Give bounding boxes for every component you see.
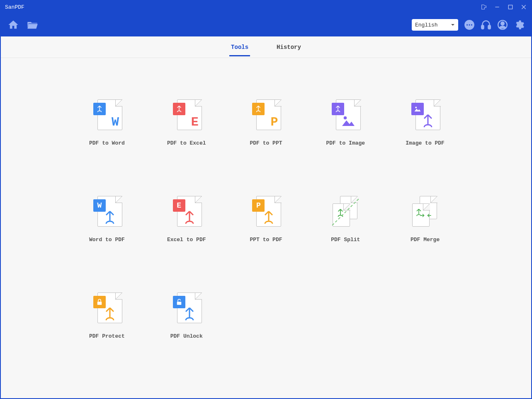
tab-bar: Tools History bbox=[1, 36, 531, 58]
tool-word-to-pdf[interactable]: W Word to PDF bbox=[75, 196, 138, 243]
tool-label: PDF Merge bbox=[411, 237, 440, 243]
tool-label: PDF to Word bbox=[89, 140, 125, 146]
excel-to-pdf-icon: E bbox=[170, 196, 203, 228]
content-area: W PDF to Word E PDF to Excel P PDF to PP… bbox=[1, 58, 531, 398]
feedback-icon[interactable] bbox=[464, 19, 475, 30]
tab-tools[interactable]: Tools bbox=[229, 38, 250, 56]
app-title: SanPDF bbox=[5, 4, 481, 10]
minimize-icon[interactable] bbox=[494, 4, 500, 10]
chevron-down-icon bbox=[451, 23, 455, 27]
pdf-glyph-icon bbox=[182, 307, 197, 322]
pdf-to-image-icon bbox=[329, 99, 362, 132]
maximize-icon[interactable] bbox=[507, 4, 514, 10]
pdf-glyph-icon bbox=[102, 210, 117, 225]
svg-rect-8 bbox=[481, 25, 483, 29]
tool-excel-to-pdf[interactable]: E Excel to PDF bbox=[155, 196, 218, 243]
pdf-glyph-icon bbox=[420, 114, 435, 128]
tool-label: PDF Split bbox=[331, 237, 360, 243]
tool-label: Excel to PDF bbox=[167, 237, 206, 243]
svg-point-13 bbox=[415, 106, 417, 108]
tool-pdf-to-excel[interactable]: E PDF to Excel bbox=[155, 99, 218, 146]
merge-arrows-icon bbox=[420, 213, 432, 218]
account-icon[interactable] bbox=[497, 19, 508, 30]
svg-point-11 bbox=[501, 22, 504, 25]
tools-grid: W PDF to Word E PDF to Excel P PDF to PP… bbox=[75, 99, 457, 339]
open-folder-icon[interactable] bbox=[27, 19, 38, 31]
svg-rect-1 bbox=[508, 5, 512, 9]
tool-image-to-pdf[interactable]: Image to PDF bbox=[394, 99, 457, 146]
theme-icon[interactable] bbox=[481, 4, 487, 10]
ppt-to-pdf-icon: P bbox=[250, 196, 282, 228]
tab-history[interactable]: History bbox=[275, 38, 303, 56]
pdf-protect-icon bbox=[91, 293, 123, 325]
settings-icon[interactable] bbox=[514, 19, 525, 30]
tool-pdf-merge[interactable]: PDF Merge bbox=[394, 196, 457, 243]
tool-label: PDF Unlock bbox=[170, 333, 203, 339]
image-glyph-icon bbox=[341, 114, 356, 128]
tool-pdf-split[interactable]: PDF Split bbox=[314, 196, 377, 243]
tool-pdf-to-ppt[interactable]: P PDF to PPT bbox=[235, 99, 298, 146]
tool-label: Image to PDF bbox=[406, 140, 445, 146]
pdf-glyph-icon bbox=[182, 210, 197, 225]
close-icon[interactable] bbox=[520, 4, 527, 10]
tool-label: PPT to PDF bbox=[250, 237, 282, 243]
svg-point-12 bbox=[344, 116, 347, 120]
svg-rect-15 bbox=[177, 302, 181, 305]
tool-ppt-to-pdf[interactable]: P PPT to PDF bbox=[235, 196, 298, 243]
tool-pdf-unlock[interactable]: PDF Unlock bbox=[155, 293, 218, 339]
pdf-to-excel-icon: E bbox=[170, 99, 203, 132]
word-to-pdf-icon: W bbox=[91, 196, 123, 228]
language-select[interactable]: English bbox=[412, 19, 458, 31]
titlebar: SanPDF bbox=[1, 1, 531, 13]
language-value: English bbox=[415, 22, 438, 28]
svg-point-6 bbox=[469, 24, 470, 25]
tool-label: PDF Protect bbox=[89, 333, 125, 339]
tool-label: PDF to Image bbox=[326, 140, 365, 146]
pdf-glyph-icon bbox=[102, 307, 117, 322]
image-to-pdf-icon bbox=[409, 99, 441, 132]
svg-rect-9 bbox=[488, 25, 490, 29]
pdf-to-ppt-icon: P bbox=[250, 99, 282, 132]
main-toolbar: English bbox=[1, 13, 531, 36]
tool-label: Word to PDF bbox=[89, 237, 125, 243]
support-icon[interactable] bbox=[481, 19, 491, 30]
tool-label: PDF to PPT bbox=[250, 140, 282, 146]
tool-label: PDF to Excel bbox=[167, 140, 206, 146]
svg-point-7 bbox=[471, 24, 472, 25]
svg-rect-14 bbox=[97, 302, 102, 305]
pdf-unlock-icon bbox=[170, 293, 203, 325]
pdf-split-icon bbox=[329, 196, 362, 228]
pdf-to-word-icon: W bbox=[91, 99, 123, 132]
pdf-glyph-icon bbox=[261, 210, 276, 225]
tool-pdf-to-image[interactable]: PDF to Image bbox=[314, 99, 377, 146]
window-controls bbox=[481, 4, 527, 10]
home-icon[interactable] bbox=[7, 19, 19, 31]
tool-pdf-protect[interactable]: PDF Protect bbox=[75, 293, 138, 339]
svg-point-5 bbox=[466, 24, 468, 25]
pdf-merge-icon bbox=[409, 196, 441, 228]
tool-pdf-to-word[interactable]: W PDF to Word bbox=[75, 99, 138, 146]
